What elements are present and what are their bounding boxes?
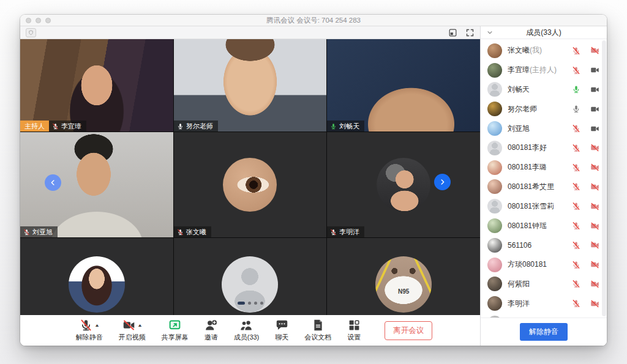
mic-status-icon[interactable] <box>572 85 580 94</box>
next-page-button[interactable] <box>434 174 451 190</box>
prev-page-button[interactable] <box>45 174 61 191</box>
toolbar-item-document[interactable]: ▲ 会议文档 <box>304 319 331 342</box>
video-tile-5[interactable]: 张文曦 <box>174 132 327 237</box>
host-badge: 主持人 <box>20 121 49 132</box>
camera-status-icon[interactable] <box>590 46 599 55</box>
participant-name: 李宜璋 <box>61 122 81 131</box>
mic-status-icon[interactable] <box>572 105 580 113</box>
leave-meeting-button[interactable]: 离开会议 <box>385 321 432 340</box>
toolbar-item-chat[interactable]: ▲ 聊天 <box>275 319 288 342</box>
toolbar-item-label: 聊天 <box>275 333 288 342</box>
mic-muted-icon <box>52 123 59 130</box>
invite-icon <box>205 319 217 332</box>
mic-status-icon[interactable] <box>572 261 580 269</box>
minimize-window-button[interactable] <box>36 18 41 23</box>
member-name: 李明洋 <box>508 299 530 309</box>
toolbar-item-members[interactable]: ▲ 成员(33) <box>234 319 260 342</box>
camera-status-icon[interactable] <box>590 182 599 191</box>
camera-status-icon[interactable] <box>590 163 599 172</box>
toolbar-item-mic-muted[interactable]: ▲ 解除静音 <box>76 319 103 342</box>
member-name: 刘畅天 <box>508 84 530 95</box>
avatar <box>487 199 502 214</box>
avatar: N95 <box>375 256 432 313</box>
tile-label: 努尔老师 <box>174 121 218 132</box>
camera-status-icon[interactable] <box>590 124 599 133</box>
video-tile-7[interactable] <box>20 238 173 315</box>
mic-status-icon[interactable] <box>572 124 580 133</box>
video-tile-1[interactable]: 主持人 李宜璋 <box>20 39 173 132</box>
settings-icon <box>348 319 361 332</box>
chevron-right-icon <box>438 178 446 186</box>
mic-status-icon[interactable] <box>572 202 580 210</box>
member-row[interactable]: 080181李璐 <box>481 158 607 177</box>
camera-status-icon[interactable] <box>590 143 599 152</box>
mic-status-icon[interactable] <box>572 182 580 191</box>
mic-status-icon[interactable] <box>572 221 580 230</box>
mic-status-icon[interactable] <box>572 280 580 288</box>
layout-switch-icon <box>448 28 457 37</box>
mic-status-icon[interactable] <box>572 46 580 55</box>
caret-up-icon[interactable]: ▲ <box>94 323 100 327</box>
caret-up-icon[interactable]: ▲ <box>137 323 143 327</box>
member-name: 张文曦(我) <box>508 45 542 56</box>
camera-status-icon[interactable] <box>590 240 599 250</box>
member-row[interactable]: 080181钟瑶 <box>481 216 607 236</box>
camera-status-icon[interactable] <box>590 65 599 75</box>
member-row[interactable]: 何紫阳 <box>481 275 607 294</box>
video-tile-4[interactable]: 刘亚旭 <box>20 132 173 237</box>
mic-status-icon[interactable] <box>572 163 580 172</box>
member-row[interactable]: 张文曦(我) <box>481 41 607 61</box>
camera-status-icon[interactable] <box>590 85 599 94</box>
close-window-button[interactable] <box>26 18 31 23</box>
mic-status-icon[interactable] <box>572 241 580 250</box>
member-row[interactable]: 080181希艾里 <box>481 177 607 197</box>
video-tile-9[interactable]: N95 <box>327 238 480 315</box>
layout-switch-button[interactable] <box>448 28 457 37</box>
member-row[interactable]: 080181张雪莉 <box>481 196 607 216</box>
toolbar-item-camera-off[interactable]: ▲ 开启视频 <box>119 319 146 342</box>
camera-status-icon[interactable] <box>590 280 599 289</box>
camera-status-icon[interactable] <box>590 299 599 308</box>
avatar <box>487 277 502 291</box>
video-tile-2[interactable]: 努尔老师 <box>174 39 327 132</box>
scrollbar[interactable] <box>602 40 606 316</box>
video-tile-3[interactable]: 刘畅天 <box>327 39 480 132</box>
participant-name: 刘畅天 <box>339 122 359 131</box>
mic-status-icon[interactable] <box>572 299 580 308</box>
mic-status-icon[interactable] <box>572 144 580 152</box>
mic-muted-icon <box>80 319 92 332</box>
security-shield-button[interactable] <box>26 28 36 37</box>
member-name: 努尔老师 <box>508 104 537 114</box>
toolbar-item-settings[interactable]: ▲ 设置 <box>347 319 361 342</box>
camera-status-icon[interactable] <box>590 260 599 269</box>
camera-status-icon[interactable] <box>590 202 599 211</box>
member-row[interactable]: 方琰080181 <box>481 255 607 275</box>
member-row[interactable] <box>481 313 607 318</box>
video-tile-6[interactable]: 李明洋 <box>327 132 480 237</box>
participant-name: 努尔老师 <box>186 122 213 131</box>
page-indicator <box>238 302 263 305</box>
maximize-window-button[interactable] <box>45 18 51 23</box>
collapse-panel-button[interactable] <box>486 29 494 36</box>
member-row[interactable]: 刘亚旭 <box>481 119 607 138</box>
toolbar-item-screen-share[interactable]: ▲ 共享屏幕 <box>162 319 189 342</box>
bottom-toolbar: ▲ 解除静音 ▲ 开启视频 ▲ 共享屏幕 ▲ 邀请 ▲ 成员(33) ▲ 聊天 … <box>20 315 480 346</box>
camera-status-icon[interactable] <box>590 221 599 231</box>
member-name: 080181希艾里 <box>508 182 554 192</box>
fullscreen-button[interactable] <box>465 28 475 37</box>
mic-status-icon[interactable] <box>572 66 580 75</box>
toolbar-item-invite[interactable]: ▲ 邀请 <box>205 319 218 342</box>
member-row[interactable]: 080181李好 <box>481 138 607 158</box>
member-row[interactable]: 李明洋 <box>481 294 607 313</box>
avatar <box>487 258 502 272</box>
member-row[interactable]: 刘畅天 <box>481 80 607 100</box>
member-row[interactable]: 561106 <box>481 236 607 255</box>
window-controls <box>26 18 51 23</box>
member-row[interactable]: 努尔老师 <box>481 99 607 119</box>
member-row[interactable]: 李宜璋(主持人) <box>481 61 607 80</box>
unmute-button[interactable]: 解除静音 <box>520 323 568 341</box>
camera-status-icon[interactable] <box>590 105 599 114</box>
member-name: 080181张雪莉 <box>508 201 554 212</box>
chat-icon <box>276 319 288 332</box>
avatar <box>487 218 502 233</box>
